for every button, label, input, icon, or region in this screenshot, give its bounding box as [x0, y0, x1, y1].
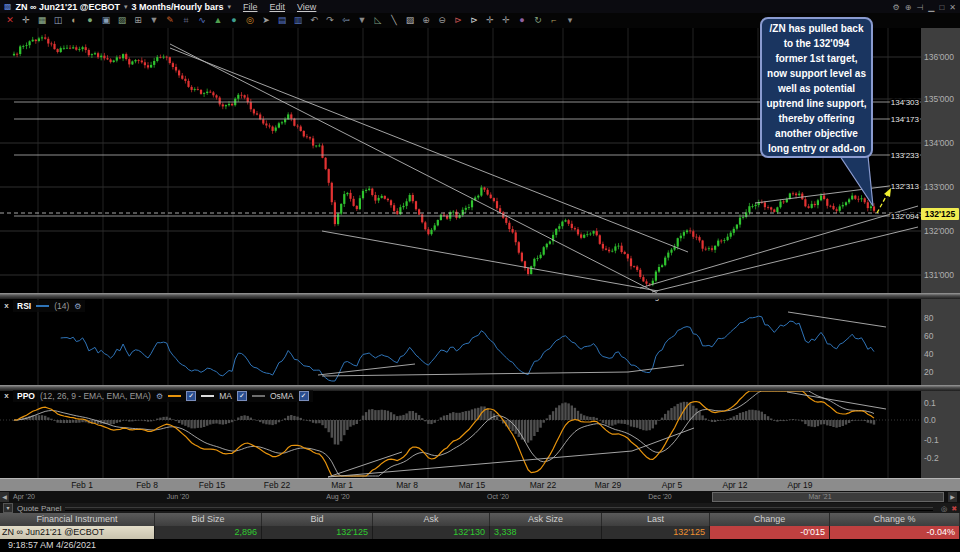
key-icon[interactable]: ⌐ [546, 13, 562, 28]
angle-tool-icon[interactable]: ◺ [370, 13, 386, 28]
ppo-params: (12, 26, 9 - EMA, EMA, EMA) [40, 391, 151, 401]
rsi-close-button[interactable]: x [2, 301, 11, 310]
cursor-icon[interactable]: ➤ [258, 13, 274, 28]
scrollbar-left-arrow[interactable]: ◀ [0, 492, 9, 502]
zoom-out-icon[interactable]: ⊖ [434, 13, 450, 28]
chart-type-icon[interactable]: ◫ [50, 13, 66, 28]
mountain-icon[interactable]: ▲ [210, 13, 226, 28]
analysis-note-callout[interactable]: /ZN has pulled back to the 132'094 forme… [760, 17, 873, 158]
menu-edit[interactable]: Edit [269, 2, 285, 12]
sphere-icon[interactable]: ● [514, 13, 530, 28]
time-tick: Mar 22 [515, 480, 571, 490]
undo-icon[interactable]: ↶ [306, 13, 322, 28]
time-tick: Feb 22 [249, 480, 305, 490]
quote-col-bid-size[interactable]: Bid Size [155, 513, 262, 526]
menu-file[interactable]: File [243, 2, 258, 12]
flag2-tool-icon[interactable]: ⊳ [466, 13, 482, 28]
ppo-ma-label: MA [219, 391, 232, 401]
quote-col-last[interactable]: Last [602, 513, 710, 526]
ppo-close-button[interactable]: x [2, 391, 11, 400]
trendline-tool-icon[interactable]: ╲ [386, 13, 402, 28]
instrument-caret-icon[interactable]: ▾ [124, 3, 128, 11]
ppo-title: PPO [17, 391, 35, 401]
pin-icon[interactable]: ⊣ [916, 3, 923, 12]
quote-change-cell[interactable]: -0'015 [710, 526, 830, 539]
quote-bid-cell[interactable]: 132'125 [262, 526, 373, 539]
quote-change-pct-cell[interactable]: -0.04% [830, 526, 960, 539]
title-bar: ▩ ZN ∞ Jun21'21 @ECBOT ▾ 3 Months/Hourly… [0, 0, 960, 13]
wave-icon[interactable]: ∿ [194, 13, 210, 28]
pie-tool-icon[interactable]: ● [82, 13, 98, 28]
quote-col-change-[interactable]: Change % [830, 513, 960, 526]
scrollbar-range-label: Jun '20 [148, 493, 208, 500]
dropdown-caret-icon[interactable]: ▼ [146, 13, 162, 28]
redo-icon[interactable]: ↷ [322, 13, 338, 28]
image-icon[interactable]: ▨ [114, 13, 130, 28]
quote-row[interactable]: ZN ∞ Jun21'21 @ECBOT2,896132'125132'1303… [0, 526, 960, 539]
timeframe-selector[interactable]: 3 Months/Hourly bars [131, 2, 223, 12]
quote-last-cell[interactable]: 132'125 [602, 526, 710, 539]
draw-pencil-icon[interactable]: ✎ [162, 13, 178, 28]
svg-text:134'303: 134'303 [891, 98, 920, 107]
target-icon[interactable]: ◎ [242, 13, 258, 28]
quote-col-ask-size[interactable]: Ask Size [490, 513, 602, 526]
maximize-icon[interactable]: □ [939, 3, 944, 12]
scrollbar-range-label: Dec '20 [630, 493, 690, 500]
ppo-settings-icon[interactable]: ⚙ [156, 392, 163, 401]
quote-panel-collapse-button[interactable]: ▾ [3, 503, 13, 513]
rsi-settings-icon[interactable]: ⚙ [74, 302, 81, 311]
snapshot-icon[interactable]: ▣ [98, 13, 114, 28]
timeframe-caret-icon[interactable]: ▾ [227, 3, 231, 11]
instrument-title[interactable]: ZN ∞ Jun21'21 @ECBOT [16, 2, 120, 12]
crosshair-tool-icon[interactable]: ✛ [18, 13, 34, 28]
grid-style-icon[interactable]: ▦ [34, 13, 50, 28]
time-axis[interactable]: Feb 1Feb 8Feb 15Feb 22Mar 1Mar 8Mar 15Ma… [0, 478, 960, 491]
rsi-splitter-handle[interactable] [0, 293, 960, 299]
more-caret-icon[interactable]: ▾ [562, 13, 578, 28]
close-icon[interactable]: ✕ [949, 3, 956, 12]
time-tick: Apr 12 [707, 480, 763, 490]
flag-tool-icon[interactable]: ⊳ [450, 13, 466, 28]
note2-icon[interactable]: ▥ [290, 13, 306, 28]
pan-tool-icon[interactable]: ◐ [66, 13, 82, 28]
multi-line-tool-icon[interactable]: ▨ [402, 13, 418, 28]
ppo-ma-checkbox[interactable]: ✓ [237, 391, 247, 401]
back-arrow-icon[interactable]: ⇦ [338, 13, 354, 28]
layout-icon[interactable]: ⊞ [130, 13, 146, 28]
quote-close-icon[interactable]: ✖ [951, 505, 957, 512]
remove-chart-icon[interactable]: ✕ [2, 13, 18, 28]
ppo-osma-label: OsMA [270, 391, 294, 401]
quote-col-change[interactable]: Change [710, 513, 830, 526]
quote-ask-cell[interactable]: 132'130 [373, 526, 490, 539]
refresh-icon[interactable]: ↻ [530, 13, 546, 28]
ppo-line-checkbox[interactable]: ✓ [186, 391, 196, 401]
time-tick: Mar 8 [379, 480, 435, 490]
settings-icon[interactable]: ⚙ [892, 3, 899, 12]
move-h-icon[interactable]: ✛ [482, 13, 498, 28]
quote-col-ask[interactable]: Ask [373, 513, 490, 526]
quote-col-bid[interactable]: Bid [262, 513, 373, 526]
scrollbar-range-label: Oct '20 [468, 493, 528, 500]
quote-ask-size-cell[interactable]: 3,338 [490, 526, 602, 539]
quote-column-headers: Financial InstrumentBid SizeBidAskAsk Si… [0, 513, 960, 526]
filter-caret-icon[interactable]: ▼ [354, 13, 370, 28]
globe-icon[interactable]: ● [226, 13, 242, 28]
scrollbar-right-arrow[interactable]: ▶ [948, 492, 957, 502]
ruler-icon[interactable]: ⌗ [178, 13, 194, 28]
scrollbar-range-label: Mar '21 [790, 493, 850, 500]
quote-bid-size-cell[interactable]: 2,896 [155, 526, 262, 539]
zoom-in-icon[interactable]: ⊕ [418, 13, 434, 28]
chart-scrollbar[interactable]: Apr '20Jun '20Aug '20Oct '20Dec '20Mar '… [0, 491, 960, 503]
time-tick: Mar 1 [314, 480, 370, 490]
quote-instrument-cell[interactable]: ZN ∞ Jun21'21 @ECBOT [0, 526, 155, 539]
status-bar: 9:18:57 AM 4/26/2021 [0, 539, 960, 552]
move-v-icon[interactable]: ✛ [498, 13, 514, 28]
quote-settings-icon[interactable]: ◎ [941, 505, 947, 512]
svg-text:134'173: 134'173 [891, 115, 920, 124]
link-icon[interactable]: ⊕ [905, 3, 912, 12]
note-icon[interactable]: ▤ [274, 13, 290, 28]
minimize-icon[interactable]: ▁ [928, 3, 934, 12]
quote-col-financial-instrument[interactable]: Financial Instrument [0, 513, 155, 526]
ppo-osma-checkbox[interactable]: ✓ [299, 391, 309, 401]
menu-view[interactable]: View [297, 2, 316, 12]
